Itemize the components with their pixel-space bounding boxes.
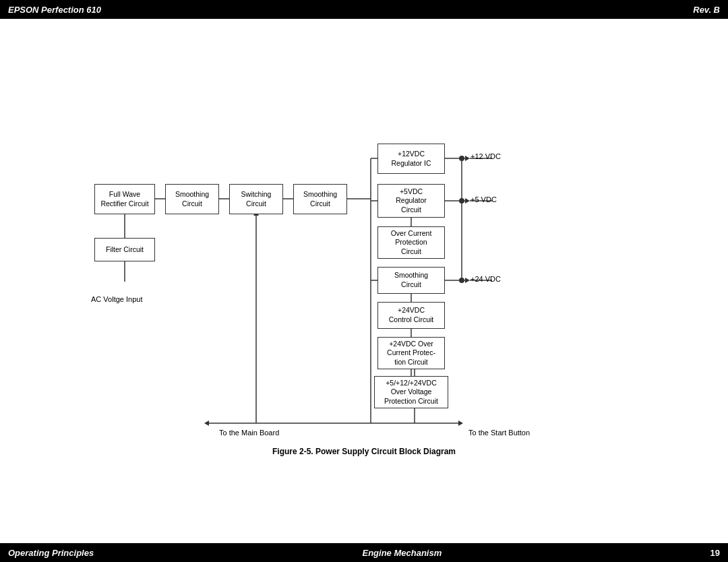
main-content: Full WaveRectifier Circuit Filter Circui… xyxy=(0,19,728,543)
5vdc-reg-box: +5VDCRegulatorCircuit xyxy=(377,184,445,218)
footer-left: Operating Principles xyxy=(8,548,94,558)
figure-caption: Figure 2-5. Power Supply Circuit Block D… xyxy=(27,447,701,456)
header-rev: Rev. B xyxy=(693,5,720,15)
main-board-label: To the Main Board xyxy=(219,429,279,437)
svg-point-28 xyxy=(459,278,464,283)
overvoltage-box: +5/+12/+24VDCOver VoltageProtection Circ… xyxy=(374,376,448,408)
24vdc-ctrl-box: +24VDCControl Circuit xyxy=(377,302,445,329)
svg-marker-27 xyxy=(465,278,470,283)
footer-center: Engine Mechanism xyxy=(362,548,442,558)
svg-marker-19 xyxy=(465,156,470,161)
5vdc-label: +5 VDC xyxy=(471,195,497,204)
24vdc-ocp-box: +24VDC OverCurrent Protec-tion Circuit xyxy=(377,337,445,369)
footer-right: 19 xyxy=(710,548,720,558)
smoothing3-box: SmoothingCircuit xyxy=(377,267,445,294)
footer: Operating Principles Engine Mechanism 19 xyxy=(0,543,728,562)
over-current-box: Over CurrentProtectionCircuit xyxy=(377,226,445,259)
svg-point-20 xyxy=(459,156,464,161)
smoothing1-box: SmoothingCircuit xyxy=(165,184,219,214)
24vdc-label: +24 VDC xyxy=(471,275,501,283)
header: EPSON Perfection 610 Rev. B xyxy=(0,0,728,19)
svg-marker-38 xyxy=(204,420,209,426)
12vdc-label: +12 VDC xyxy=(471,152,501,160)
svg-marker-23 xyxy=(465,198,470,204)
svg-point-24 xyxy=(459,198,464,204)
switching-box: SwitchingCircuit xyxy=(229,184,283,214)
ac-input-label: AC Voltge Input xyxy=(91,295,142,303)
12vdc-reg-box: +12VDCRegulator IC xyxy=(377,144,445,174)
filter-circuit-box: Filter Circuit xyxy=(94,238,155,261)
header-title: EPSON Perfection 610 xyxy=(8,5,101,15)
smoothing2-box: SmoothingCircuit xyxy=(293,184,347,214)
diagram-area: Full WaveRectifier Circuit Filter Circui… xyxy=(27,39,701,443)
svg-marker-40 xyxy=(458,420,463,426)
start-button-label: To the Start Button xyxy=(468,429,530,437)
full-wave-box: Full WaveRectifier Circuit xyxy=(94,184,155,214)
